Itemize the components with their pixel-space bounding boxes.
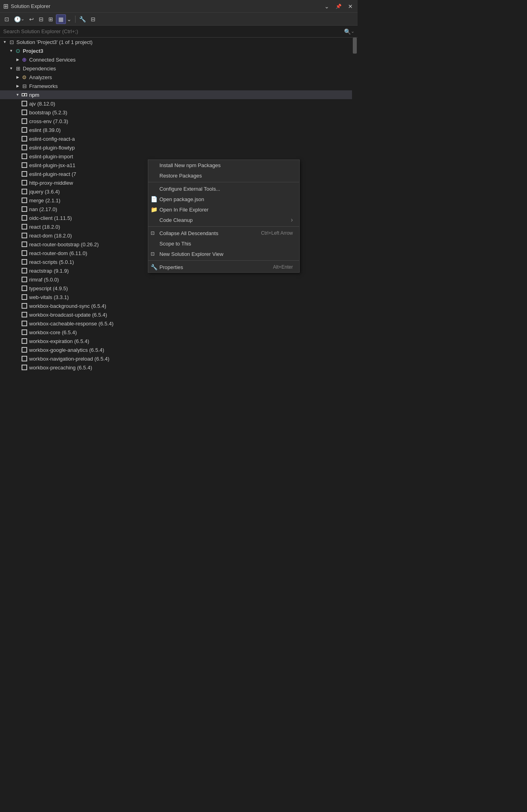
frameworks-label: Frameworks bbox=[29, 83, 58, 89]
package-row[interactable]: typescript (4.9.5) bbox=[0, 284, 358, 293]
package-row[interactable]: rimraf (5.0.0) bbox=[0, 275, 358, 284]
package-row[interactable]: eslint-plugin-flowtyp bbox=[0, 143, 358, 152]
settings-button[interactable]: 🔧 bbox=[77, 15, 88, 24]
package-row[interactable]: workbox-navigation-preload (6.5.4) bbox=[0, 354, 358, 363]
collapse-all-button[interactable]: ⊡ bbox=[2, 15, 11, 24]
package-label: merge (2.1.1) bbox=[29, 198, 60, 203]
ctx-open-package-json[interactable]: 📄 Open package.json bbox=[148, 194, 299, 204]
ctx-code-cleanup[interactable]: Code Cleanup bbox=[148, 215, 299, 225]
filter-button[interactable]: ▦ bbox=[56, 14, 66, 24]
ctx-restore-packages[interactable]: Restore Packages bbox=[148, 170, 299, 181]
package-label: reactstrap (9.1.9) bbox=[29, 268, 69, 274]
package-label: cross-env (7.0.3) bbox=[29, 118, 68, 124]
npm-row[interactable]: npm bbox=[0, 90, 358, 99]
dependencies-icon: ⊞ bbox=[14, 65, 22, 72]
package-label: workbox-precaching (6.5.4) bbox=[29, 365, 92, 371]
project-expand-icon bbox=[8, 48, 14, 54]
package-row[interactable]: workbox-google-analytics (6.5.4) bbox=[0, 345, 358, 354]
connected-services-row[interactable]: ⊕ Connected Services bbox=[0, 55, 358, 64]
dependencies-label: Dependencies bbox=[23, 66, 56, 72]
package-row[interactable]: web-vitals (3.3.1) bbox=[0, 293, 358, 301]
package-label: workbox-expiration (6.5.4) bbox=[29, 338, 89, 344]
ctx-properties[interactable]: 🔧 Properties Alt+Enter bbox=[148, 262, 299, 272]
package-icon bbox=[21, 258, 28, 265]
package-label: eslint-plugin-jsx-a11 bbox=[29, 162, 76, 168]
ctx-collapse-shortcut: Ctrl+Left Arrow bbox=[261, 230, 293, 236]
package-row[interactable]: workbox-cacheable-response (6.5.4) bbox=[0, 319, 358, 328]
solution-explorer-icon: ⊞ bbox=[3, 2, 8, 10]
package-icon bbox=[21, 364, 28, 371]
ctx-collapse-all[interactable]: ⊡ Collapse All Descendants Ctrl+Left Arr… bbox=[148, 228, 299, 238]
solution-icon: ⊡ bbox=[8, 38, 15, 46]
svg-rect-2 bbox=[24, 94, 24, 96]
package-icon bbox=[21, 135, 28, 142]
package-row[interactable]: eslint-config-react-a bbox=[0, 134, 358, 143]
ctx-new-solution-view-label: New Solution Explorer View bbox=[159, 251, 223, 257]
back-button[interactable]: ↩ bbox=[27, 15, 36, 24]
package-row[interactable]: eslint (8.39.0) bbox=[0, 126, 358, 134]
package-icon bbox=[21, 355, 28, 362]
package-icon bbox=[21, 188, 28, 195]
package-label: react-scripts (5.0.1) bbox=[29, 259, 74, 265]
package-row[interactable]: cross-env (7.0.3) bbox=[0, 117, 358, 126]
project-row[interactable]: ⊙ Project3 bbox=[0, 46, 358, 55]
package-icon bbox=[21, 276, 28, 283]
dependencies-row[interactable]: ⊞ Dependencies bbox=[0, 64, 358, 73]
scrollbar-thumb[interactable] bbox=[353, 38, 357, 54]
package-row[interactable]: ajv (8.12.0) bbox=[0, 99, 358, 108]
package-icon bbox=[21, 311, 28, 318]
analyzers-icon: ⚙ bbox=[21, 74, 28, 81]
solution-row[interactable]: ⊡ Solution 'Project3' (1 of 1 project) bbox=[0, 38, 358, 46]
package-row[interactable]: bootstrap (5.2.3) bbox=[0, 108, 358, 117]
preview-button[interactable]: ⊟ bbox=[89, 15, 97, 24]
package-label: react-router-dom (6.11.0) bbox=[29, 250, 87, 256]
package-row[interactable]: workbox-background-sync (6.5.4) bbox=[0, 301, 358, 310]
ctx-restore-packages-label: Restore Packages bbox=[159, 173, 202, 179]
package-row[interactable]: workbox-expiration (6.5.4) bbox=[0, 337, 358, 345]
frameworks-row[interactable]: ⊟ Frameworks bbox=[0, 82, 358, 90]
ctx-separator-3 bbox=[148, 260, 299, 261]
package-icon bbox=[21, 223, 28, 230]
ctx-scope-to-this[interactable]: Scope to This bbox=[148, 238, 299, 249]
package-row[interactable]: workbox-broadcast-update (6.5.4) bbox=[0, 310, 358, 319]
pending-changes-button[interactable]: 🕐⌄ bbox=[12, 15, 26, 24]
analyzers-expand-icon bbox=[14, 74, 21, 80]
ctx-file-explorer-icon: 📁 bbox=[151, 206, 157, 213]
ctx-configure-tools[interactable]: Configure External Tools... bbox=[148, 184, 299, 194]
dependencies-expand-icon bbox=[8, 65, 14, 72]
package-icon bbox=[21, 179, 28, 186]
connected-services-label: Connected Services bbox=[29, 57, 76, 63]
package-row[interactable]: workbox-core (6.5.4) bbox=[0, 328, 358, 337]
title-bar-title: Solution Explorer bbox=[11, 3, 50, 9]
connected-services-expand-icon bbox=[14, 56, 21, 63]
search-dropdown-icon[interactable]: ⌄ bbox=[351, 29, 354, 34]
pin-button[interactable]: 📌 bbox=[334, 3, 343, 10]
forward-button[interactable]: ⊟ bbox=[37, 15, 46, 24]
package-icon bbox=[21, 100, 28, 107]
ctx-install-npm-label: Install New npm Packages bbox=[159, 162, 221, 168]
search-icon[interactable]: 🔍 bbox=[344, 28, 351, 35]
ctx-install-npm[interactable]: Install New npm Packages bbox=[148, 160, 299, 170]
npm-expand-icon bbox=[14, 92, 21, 98]
analyzers-row[interactable]: ⚙ Analyzers bbox=[0, 73, 358, 82]
show-all-files-button[interactable]: ⊞ bbox=[46, 15, 55, 24]
scrollbar[interactable] bbox=[352, 38, 358, 372]
package-icon bbox=[21, 109, 28, 116]
ctx-properties-label: Properties bbox=[159, 264, 183, 270]
ctx-new-solution-view[interactable]: ⊡ New Solution Explorer View bbox=[148, 249, 299, 259]
frameworks-expand-icon bbox=[14, 83, 21, 89]
connected-services-icon: ⊕ bbox=[21, 56, 28, 63]
ctx-open-file-explorer[interactable]: 📁 Open In File Explorer bbox=[148, 204, 299, 215]
package-label: bootstrap (5.2.3) bbox=[29, 110, 67, 116]
filter-dropdown-button[interactable]: ⌄ bbox=[67, 15, 74, 24]
ctx-code-cleanup-label: Code Cleanup bbox=[159, 217, 193, 223]
package-icon bbox=[21, 232, 28, 239]
frameworks-icon: ⊟ bbox=[21, 82, 28, 90]
package-row[interactable]: workbox-precaching (6.5.4) bbox=[0, 363, 358, 372]
package-icon bbox=[21, 170, 28, 178]
dropdown-button[interactable]: ⌄ bbox=[323, 3, 331, 10]
search-input[interactable] bbox=[3, 28, 344, 34]
close-button[interactable]: ✕ bbox=[346, 3, 354, 10]
package-label: rimraf (5.0.0) bbox=[29, 277, 59, 283]
package-icon bbox=[21, 144, 28, 151]
